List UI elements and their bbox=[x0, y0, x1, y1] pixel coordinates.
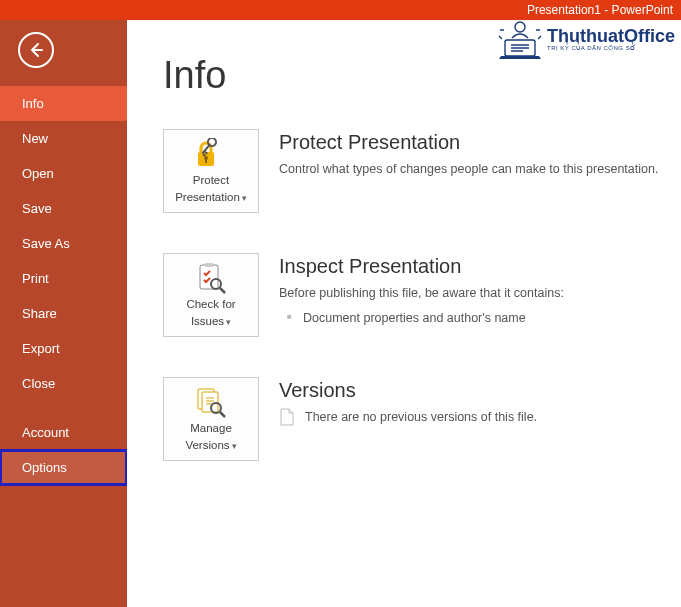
protect-section: Protect Presentation Protect Presentatio… bbox=[163, 129, 661, 213]
document-icon bbox=[279, 408, 295, 426]
protect-description: Control what types of changes people can… bbox=[279, 160, 659, 178]
sidebar-item-label: Options bbox=[22, 460, 67, 475]
lock-key-icon bbox=[194, 137, 228, 171]
sidebar-item-account[interactable]: Account bbox=[0, 415, 127, 450]
inspect-heading: Inspect Presentation bbox=[279, 255, 659, 278]
title-bar: Presentation1 - PowerPoint bbox=[0, 0, 681, 20]
sidebar-item-options[interactable]: Options bbox=[0, 450, 127, 485]
protect-heading: Protect Presentation bbox=[279, 131, 659, 154]
sidebar-item-label: Save As bbox=[22, 236, 70, 251]
sidebar-item-label: Save bbox=[22, 201, 52, 216]
sidebar-item-print[interactable]: Print bbox=[0, 261, 127, 296]
svg-rect-4 bbox=[205, 159, 207, 163]
svg-line-12 bbox=[220, 288, 225, 293]
sidebar-item-new[interactable]: New bbox=[0, 121, 127, 156]
backstage-sidebar: Info New Open Save Save As Print Share E… bbox=[0, 20, 127, 607]
sidebar-item-label: Print bbox=[22, 271, 49, 286]
manage-versions-button[interactable]: Manage Versions bbox=[163, 377, 259, 461]
info-page: Info bbox=[127, 20, 681, 607]
back-button[interactable] bbox=[18, 32, 54, 68]
sidebar-item-label: Open bbox=[22, 166, 54, 181]
svg-line-16 bbox=[220, 412, 225, 417]
sidebar-item-save[interactable]: Save bbox=[0, 191, 127, 226]
sidebar-item-close[interactable]: Close bbox=[0, 366, 127, 401]
sidebar-item-label: Export bbox=[22, 341, 60, 356]
tile-label: Versions bbox=[185, 439, 229, 451]
versions-section: Manage Versions Versions There are no pr… bbox=[163, 377, 661, 461]
versions-description: There are no previous versions of this f… bbox=[305, 408, 537, 426]
sidebar-item-open[interactable]: Open bbox=[0, 156, 127, 191]
sidebar-item-label: Close bbox=[22, 376, 55, 391]
sidebar-item-save-as[interactable]: Save As bbox=[0, 226, 127, 261]
versions-icon bbox=[194, 385, 228, 419]
tile-label: Manage bbox=[190, 422, 232, 434]
tile-label: Protect bbox=[193, 174, 229, 186]
sidebar-item-label: Share bbox=[22, 306, 57, 321]
inspect-issue-item: Document properties and author's name bbox=[279, 308, 659, 328]
sidebar-item-info[interactable]: Info bbox=[0, 86, 127, 121]
svg-rect-14 bbox=[202, 392, 218, 412]
window-title: Presentation1 - PowerPoint bbox=[527, 0, 673, 20]
svg-rect-10 bbox=[205, 263, 213, 267]
tile-label: Check for bbox=[186, 298, 235, 310]
sidebar-item-label: Info bbox=[22, 96, 44, 111]
sidebar-item-share[interactable]: Share bbox=[0, 296, 127, 331]
check-for-issues-button[interactable]: Check for Issues bbox=[163, 253, 259, 337]
back-arrow-icon bbox=[27, 41, 45, 59]
versions-heading: Versions bbox=[279, 379, 659, 402]
svg-rect-9 bbox=[200, 265, 218, 289]
protect-presentation-button[interactable]: Protect Presentation bbox=[163, 129, 259, 213]
sidebar-item-export[interactable]: Export bbox=[0, 331, 127, 366]
sidebar-item-label: Account bbox=[22, 425, 69, 440]
page-title: Info bbox=[163, 54, 661, 97]
tile-label: Presentation bbox=[175, 191, 240, 203]
tile-label: Issues bbox=[191, 315, 224, 327]
inspect-section: Check for Issues Inspect Presentation Be… bbox=[163, 253, 661, 337]
sidebar-item-label: New bbox=[22, 131, 48, 146]
inspect-description: Before publishing this file, be aware th… bbox=[279, 284, 659, 302]
check-issues-icon bbox=[194, 261, 228, 295]
